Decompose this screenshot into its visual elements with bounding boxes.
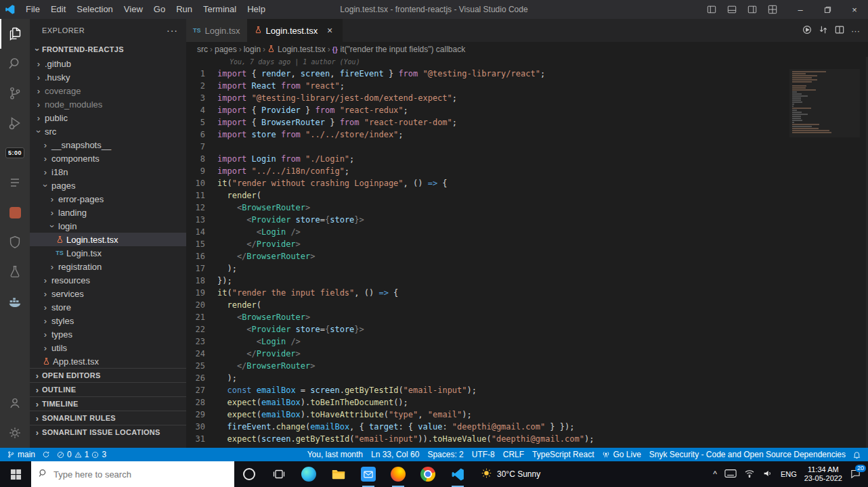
vscode-taskbar-icon[interactable] — [443, 461, 473, 487]
minimap[interactable] — [789, 69, 860, 137]
tree-item-landing[interactable]: ›landing — [30, 206, 186, 219]
tree-item-styles[interactable]: ›styles — [30, 314, 186, 327]
menu-run[interactable]: Run — [171, 0, 198, 19]
split-editor-icon[interactable] — [835, 25, 844, 37]
minimize-button[interactable]: – — [787, 0, 814, 19]
status-spaces-2[interactable]: Spaces: 2 — [427, 450, 463, 459]
tree-item-types[interactable]: ›types — [30, 327, 186, 341]
weather-widget[interactable]: 30°C Sunny — [473, 461, 548, 487]
section-sonarlint-issue-locations[interactable]: ›SONARLINT ISSUE LOCATIONS — [30, 425, 186, 439]
status-go-live[interactable]: Go Live — [602, 450, 641, 459]
sonarlint-icon[interactable] — [0, 198, 30, 227]
task-view-icon[interactable] — [264, 461, 294, 487]
menu-view[interactable]: View — [118, 0, 148, 19]
problems-indicator[interactable]: 0 1 3 — [57, 450, 106, 459]
hidden-icons-caret[interactable]: ^ — [713, 469, 717, 479]
tree-item-components[interactable]: ›components — [30, 152, 186, 165]
breadcrumb-item-login-test-tsx[interactable]: Login.test.tsx — [267, 45, 326, 55]
status-typescript-react[interactable]: TypeScript React — [532, 450, 594, 459]
status-snyk-security-code-and-open-so[interactable]: Snyk Security - Code and Open Source Dep… — [649, 450, 846, 459]
tab-login-test-tsx[interactable]: Login.test.tsx× — [248, 19, 343, 42]
menu-edit[interactable]: Edit — [45, 0, 71, 19]
run-debug-icon[interactable] — [0, 108, 30, 138]
breadcrumb-item-it-render-the-input-fields-c[interactable]: {}it("render the input fields") callback — [332, 45, 465, 54]
tree-item-coverage[interactable]: ›coverage — [30, 84, 186, 97]
search-icon[interactable] — [0, 49, 30, 78]
file-explorer-icon[interactable] — [324, 461, 353, 487]
test-explorer-icon[interactable] — [0, 257, 30, 287]
clock[interactable]: 11:34 AM 23-05-2022 — [804, 465, 842, 483]
tree-item-store[interactable]: ›store — [30, 300, 186, 314]
notifications-bell[interactable] — [852, 450, 861, 459]
run-tests-icon[interactable] — [802, 25, 812, 37]
action-center[interactable]: 20 — [850, 468, 861, 481]
section-sonarlint-rules[interactable]: ›SONARLINT RULES — [30, 411, 186, 425]
edge-icon[interactable] — [294, 461, 324, 487]
section-open-editors[interactable]: ›OPEN EDITORS — [30, 368, 186, 382]
status-ln-33-col-60[interactable]: Ln 33, Col 60 — [371, 450, 419, 459]
security-shield-icon[interactable] — [0, 227, 30, 257]
section-timeline[interactable]: ›TIMELINE — [30, 396, 186, 411]
breadcrumb-item-login[interactable]: login — [244, 45, 261, 54]
tree-item-services[interactable]: ›services — [30, 287, 186, 300]
tree-item-github[interactable]: ›.github — [30, 57, 186, 70]
breadcrumb-item-src[interactable]: src — [197, 45, 208, 54]
source-control-icon[interactable] — [0, 78, 30, 108]
firefox-icon[interactable] — [383, 461, 413, 487]
tasks-extension-icon[interactable] — [0, 168, 30, 198]
settings-gear-icon[interactable] — [0, 418, 30, 448]
accounts-icon[interactable] — [0, 388, 30, 418]
tree-item-login-tsx[interactable]: TSLogin.tsx — [30, 246, 186, 260]
touch-keyboard-icon[interactable] — [724, 469, 737, 480]
tree-item-snapshots[interactable]: ›__snapshots__ — [30, 138, 186, 152]
tree-item-error-pages[interactable]: ›error-pages — [30, 192, 186, 206]
project-root-folder[interactable]: › FRONTEND-REACTJS — [30, 42, 186, 57]
mail-icon[interactable] — [353, 461, 383, 487]
tree-item-app-test-tsx[interactable]: App.test.tsx — [30, 354, 186, 368]
close-icon[interactable]: × — [324, 25, 335, 36]
explorer-icon[interactable] — [0, 19, 30, 49]
tree-item-utils[interactable]: ›utils — [30, 341, 186, 354]
tree-item-registration[interactable]: ›registration — [30, 260, 186, 273]
timer-extension-icon[interactable]: 5:00 — [0, 138, 30, 168]
toggle-panel-bottom-icon[interactable] — [722, 0, 742, 19]
status-utf-8[interactable]: UTF-8 — [472, 450, 495, 459]
tree-item-pages[interactable]: ›pages — [30, 179, 186, 192]
toggle-panel-right-icon[interactable] — [742, 0, 762, 19]
tree-item-login-test-tsx[interactable]: Login.test.tsx — [30, 233, 186, 246]
open-changes-icon[interactable] — [819, 25, 828, 37]
taskbar-search[interactable] — [31, 461, 234, 487]
menu-selection[interactable]: Selection — [71, 0, 118, 19]
tree-item-husky[interactable]: ›.husky — [30, 70, 186, 84]
language-indicator[interactable]: ENG — [781, 470, 797, 478]
network-wifi-icon[interactable] — [744, 469, 755, 480]
status-you-last-month[interactable]: You, last month — [307, 450, 363, 459]
tree-item-i18n[interactable]: ›i18n — [30, 165, 186, 179]
cortana-icon[interactable] — [234, 461, 264, 487]
code-editor[interactable]: You, 7 days ago | 1 author (You) 1import… — [186, 57, 868, 448]
breadcrumb-item-pages[interactable]: pages — [215, 45, 237, 54]
menu-file[interactable]: File — [20, 0, 45, 19]
tree-item-login[interactable]: ›login — [30, 219, 186, 233]
search-input[interactable] — [53, 469, 227, 480]
docker-icon[interactable] — [0, 287, 30, 317]
more-actions-icon[interactable]: ··· — [851, 26, 860, 36]
tree-item-node-modules[interactable]: ›node_modules — [30, 97, 186, 111]
menu-help[interactable]: Help — [242, 0, 271, 19]
explorer-more-actions-icon[interactable]: ··· — [167, 25, 178, 36]
git-branch-indicator[interactable]: main — [7, 450, 35, 459]
tree-item-public[interactable]: ›public — [30, 111, 186, 124]
section-outline[interactable]: ›OUTLINE — [30, 382, 186, 396]
menu-go[interactable]: Go — [148, 0, 171, 19]
chrome-icon[interactable] — [413, 461, 443, 487]
start-button[interactable] — [0, 461, 31, 487]
close-button[interactable]: × — [841, 0, 868, 19]
sync-button[interactable] — [42, 450, 50, 459]
volume-icon[interactable] — [762, 469, 773, 480]
menu-terminal[interactable]: Terminal — [198, 0, 242, 19]
customize-layout-icon[interactable] — [762, 0, 783, 19]
gitlens-blame-lens[interactable]: You, 7 days ago | 1 author (You) — [230, 57, 868, 68]
maximize-button[interactable] — [814, 0, 841, 19]
status-crlf[interactable]: CRLF — [503, 450, 524, 459]
tree-item-src[interactable]: ›src — [30, 124, 186, 138]
